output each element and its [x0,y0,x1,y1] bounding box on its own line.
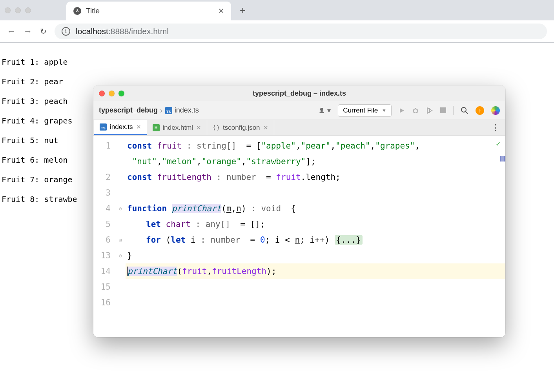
svg-point-1 [77,9,78,11]
fold-toggle-icon[interactable]: ⊖ [115,248,126,263]
new-tab-button[interactable]: + [240,4,246,16]
run-config-selector[interactable]: Current File ▼ [338,104,392,117]
code-with-me-icon[interactable]: ▾ [319,106,331,115]
ts-file-icon: TS [100,123,107,131]
ts-file-icon: TS [165,107,172,114]
tab-close-icon[interactable]: ✕ [218,7,224,15]
json-file-icon [213,124,220,131]
address-bar[interactable]: i localhost:8888/index.html [55,24,547,39]
close-dot[interactable] [5,7,11,13]
close-icon[interactable]: ✕ [263,124,268,131]
tab-index-ts[interactable]: TS index.ts ✕ [94,120,147,135]
site-info-icon[interactable]: i [62,27,70,36]
forward-button[interactable]: → [24,26,32,36]
close-icon[interactable]: ✕ [196,124,201,131]
ide-window: typescript_debug – index.ts typescript_d… [93,85,505,337]
debug-button[interactable] [412,107,419,114]
fold-toggle-icon[interactable]: ⊖ [115,201,126,216]
back-button[interactable]: ← [7,26,16,36]
ide-titlebar: typescript_debug – index.ts [93,85,505,101]
ide-window-title: typescript_debug – index.ts [93,89,505,98]
reload-button[interactable]: ↻ [40,27,47,36]
zoom-dot[interactable] [25,7,31,13]
ide-navbar: typescript_debug › TS index.ts ▾ Current… [93,101,505,120]
chevron-right-icon: › [160,106,163,115]
coverage-button[interactable] [426,107,433,114]
tab-menu-icon[interactable]: ⋮ [491,123,500,133]
search-icon[interactable] [461,107,468,114]
url-path: :8888/index.html [108,27,169,36]
breadcrumb-project[interactable]: typescript_debug [99,106,158,114]
analysis-ok-icon[interactable]: ✓ [496,139,501,148]
url-host: localhost [76,27,108,36]
svg-point-4 [461,107,466,112]
tab-title: Title [86,7,213,15]
fold-column: ⊖ ⊞ ⊖ [115,136,126,337]
update-icon[interactable]: ↑ [476,106,484,115]
scrollbar-marker [500,156,505,162]
folded-block[interactable]: {...} [335,235,363,245]
chevron-down-icon: ▼ [382,108,386,113]
output-line: Fruit 1: apple [2,52,552,72]
close-icon[interactable]: ✕ [136,123,141,131]
window-traffic-lights [5,7,31,13]
tab-tsconfig[interactable]: tsconfig.json ✕ [207,120,274,135]
breadcrumb-file[interactable]: TS index.ts [165,106,199,114]
stop-button[interactable] [440,107,446,113]
code-area[interactable]: ✓ const fruit : string[] = ["apple","pea… [126,136,505,337]
browser-tab[interactable]: Title ✕ [66,2,231,20]
code-editor[interactable]: 1 2 3 4 5 6 13 14 15 16 ⊖ ⊞ ⊖ ✓ const fr… [93,136,505,337]
run-button[interactable] [399,107,405,114]
tab-index-html[interactable]: H index.html ✕ [147,120,207,135]
favicon-icon [73,7,81,15]
editor-tabs: TS index.ts ✕ H index.html ✕ tsconfig.js… [93,120,505,136]
html-file-icon: H [153,124,160,131]
svg-rect-3 [440,107,446,113]
browser-chrome: Title ✕ + ← → ↻ i localhost:8888/index.h… [0,0,554,43]
fold-expand-icon[interactable]: ⊞ [115,232,126,248]
line-gutter: 1 2 3 4 5 6 13 14 15 16 [93,136,115,337]
tab-strip: Title ✕ + [0,0,554,20]
breadcrumb: typescript_debug › TS index.ts [99,106,199,115]
browser-toolbar: ← → ↻ i localhost:8888/index.html [0,20,554,42]
ide-logo-icon[interactable] [491,106,500,115]
minimize-dot[interactable] [15,7,21,13]
